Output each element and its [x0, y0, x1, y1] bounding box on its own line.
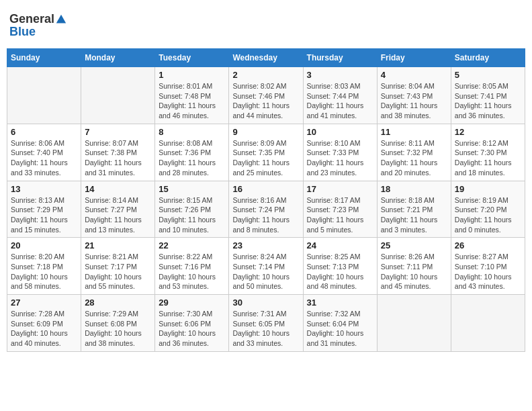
calendar-cell: 25Sunrise: 8:26 AM Sunset: 7:11 PM Dayli…: [377, 238, 451, 295]
day-info: Sunrise: 8:20 AM Sunset: 7:18 PM Dayligh…: [11, 252, 77, 291]
day-info: Sunrise: 8:27 AM Sunset: 7:10 PM Dayligh…: [455, 252, 521, 291]
day-header-thursday: Thursday: [303, 49, 377, 67]
calendar-cell: 15Sunrise: 8:15 AM Sunset: 7:26 PM Dayli…: [155, 181, 229, 238]
day-header-tuesday: Tuesday: [155, 49, 229, 67]
day-number: 3: [307, 70, 373, 80]
day-number: 13: [11, 184, 77, 194]
day-info: Sunrise: 8:05 AM Sunset: 7:41 PM Dayligh…: [455, 81, 521, 121]
calendar-cell: 11Sunrise: 8:11 AM Sunset: 7:32 PM Dayli…: [377, 124, 451, 181]
day-number: 18: [381, 184, 447, 194]
calendar-header-row: SundayMondayTuesdayWednesdayThursdayFrid…: [7, 49, 525, 67]
calendar-cell: 26Sunrise: 8:27 AM Sunset: 7:10 PM Dayli…: [451, 238, 525, 295]
day-number: 20: [11, 240, 77, 250]
calendar-cell: 12Sunrise: 8:12 AM Sunset: 7:30 PM Dayli…: [451, 124, 525, 181]
day-info: Sunrise: 8:09 AM Sunset: 7:35 PM Dayligh…: [232, 138, 299, 178]
day-info: Sunrise: 8:19 AM Sunset: 7:20 PM Dayligh…: [455, 195, 521, 235]
page-header: General Blue: [7, 7, 525, 44]
logo-blue-text: Blue: [9, 25, 36, 39]
day-info: Sunrise: 8:12 AM Sunset: 7:30 PM Dayligh…: [455, 138, 521, 178]
day-number: 2: [232, 70, 299, 80]
day-number: 7: [85, 127, 151, 137]
day-info: Sunrise: 7:31 AM Sunset: 6:05 PM Dayligh…: [232, 309, 299, 349]
calendar-cell: 31Sunrise: 7:32 AM Sunset: 6:04 PM Dayli…: [303, 295, 377, 352]
calendar-week-row: 27Sunrise: 7:28 AM Sunset: 6:09 PM Dayli…: [7, 295, 525, 352]
calendar-week-row: 1Sunrise: 8:01 AM Sunset: 7:48 PM Daylig…: [7, 67, 525, 124]
day-info: Sunrise: 8:22 AM Sunset: 7:16 PM Dayligh…: [159, 252, 225, 291]
day-number: 12: [455, 127, 521, 137]
day-number: 31: [307, 298, 373, 308]
calendar-cell: 20Sunrise: 8:20 AM Sunset: 7:18 PM Dayli…: [7, 238, 81, 295]
calendar-cell: 19Sunrise: 8:19 AM Sunset: 7:20 PM Dayli…: [451, 181, 525, 238]
day-number: 6: [11, 127, 77, 137]
day-info: Sunrise: 8:06 AM Sunset: 7:40 PM Dayligh…: [11, 138, 77, 178]
day-number: 24: [307, 240, 373, 250]
calendar-cell: [81, 67, 155, 124]
day-number: 16: [232, 184, 299, 194]
calendar-week-row: 6Sunrise: 8:06 AM Sunset: 7:40 PM Daylig…: [7, 124, 525, 181]
calendar-cell: 10Sunrise: 8:10 AM Sunset: 7:33 PM Dayli…: [303, 124, 377, 181]
calendar-cell: 8Sunrise: 8:08 AM Sunset: 7:36 PM Daylig…: [155, 124, 229, 181]
day-info: Sunrise: 8:01 AM Sunset: 7:48 PM Dayligh…: [159, 81, 225, 121]
day-info: Sunrise: 8:18 AM Sunset: 7:21 PM Dayligh…: [381, 195, 447, 235]
day-info: Sunrise: 8:11 AM Sunset: 7:32 PM Dayligh…: [381, 138, 447, 178]
calendar-cell: [377, 295, 451, 352]
calendar-cell: 21Sunrise: 8:21 AM Sunset: 7:17 PM Dayli…: [81, 238, 155, 295]
day-number: 25: [381, 240, 447, 250]
calendar-table: SundayMondayTuesdayWednesdayThursdayFrid…: [7, 48, 525, 352]
day-number: 9: [232, 127, 299, 137]
day-info: Sunrise: 8:14 AM Sunset: 7:27 PM Dayligh…: [85, 195, 151, 235]
day-number: 17: [307, 184, 373, 194]
day-number: 28: [85, 298, 151, 308]
day-number: 1: [159, 70, 225, 80]
day-info: Sunrise: 8:21 AM Sunset: 7:17 PM Dayligh…: [85, 252, 151, 291]
calendar-cell: 7Sunrise: 8:07 AM Sunset: 7:38 PM Daylig…: [81, 124, 155, 181]
calendar-cell: 13Sunrise: 8:13 AM Sunset: 7:29 PM Dayli…: [7, 181, 81, 238]
day-info: Sunrise: 8:07 AM Sunset: 7:38 PM Dayligh…: [85, 138, 151, 178]
day-info: Sunrise: 8:02 AM Sunset: 7:46 PM Dayligh…: [232, 81, 299, 121]
day-header-friday: Friday: [377, 49, 451, 67]
calendar-cell: 2Sunrise: 8:02 AM Sunset: 7:46 PM Daylig…: [229, 67, 303, 124]
calendar-cell: 9Sunrise: 8:09 AM Sunset: 7:35 PM Daylig…: [229, 124, 303, 181]
day-info: Sunrise: 8:08 AM Sunset: 7:36 PM Dayligh…: [159, 138, 225, 178]
day-number: 11: [381, 127, 447, 137]
calendar-cell: 23Sunrise: 8:24 AM Sunset: 7:14 PM Dayli…: [229, 238, 303, 295]
calendar-week-row: 13Sunrise: 8:13 AM Sunset: 7:29 PM Dayli…: [7, 181, 525, 238]
day-info: Sunrise: 8:03 AM Sunset: 7:44 PM Dayligh…: [307, 81, 373, 121]
calendar-cell: 4Sunrise: 8:04 AM Sunset: 7:43 PM Daylig…: [377, 67, 451, 124]
day-info: Sunrise: 8:04 AM Sunset: 7:43 PM Dayligh…: [381, 81, 447, 121]
calendar-cell: 28Sunrise: 7:29 AM Sunset: 6:08 PM Dayli…: [81, 295, 155, 352]
day-info: Sunrise: 8:24 AM Sunset: 7:14 PM Dayligh…: [232, 252, 299, 291]
day-info: Sunrise: 7:28 AM Sunset: 6:09 PM Dayligh…: [11, 309, 77, 349]
day-info: Sunrise: 8:25 AM Sunset: 7:13 PM Dayligh…: [307, 252, 373, 291]
day-number: 8: [159, 127, 225, 137]
logo-general-text: General: [9, 12, 54, 26]
day-number: 14: [85, 184, 151, 194]
calendar-cell: [7, 67, 81, 124]
calendar-cell: 14Sunrise: 8:14 AM Sunset: 7:27 PM Dayli…: [81, 181, 155, 238]
day-number: 30: [232, 298, 299, 308]
day-header-monday: Monday: [81, 49, 155, 67]
calendar-cell: 6Sunrise: 8:06 AM Sunset: 7:40 PM Daylig…: [7, 124, 81, 181]
day-info: Sunrise: 8:17 AM Sunset: 7:23 PM Dayligh…: [307, 195, 373, 235]
day-info: Sunrise: 7:29 AM Sunset: 6:08 PM Dayligh…: [85, 309, 151, 349]
day-number: 29: [159, 298, 225, 308]
day-info: Sunrise: 8:13 AM Sunset: 7:29 PM Dayligh…: [11, 195, 77, 235]
calendar-cell: 27Sunrise: 7:28 AM Sunset: 6:09 PM Dayli…: [7, 295, 81, 352]
calendar-cell: 24Sunrise: 8:25 AM Sunset: 7:13 PM Dayli…: [303, 238, 377, 295]
day-number: 19: [455, 184, 521, 194]
day-number: 22: [159, 240, 225, 250]
logo-icon: [55, 13, 67, 26]
day-info: Sunrise: 7:30 AM Sunset: 6:06 PM Dayligh…: [159, 309, 225, 349]
day-header-sunday: Sunday: [7, 49, 81, 67]
day-info: Sunrise: 8:10 AM Sunset: 7:33 PM Dayligh…: [307, 138, 373, 178]
day-header-saturday: Saturday: [451, 49, 525, 67]
day-header-wednesday: Wednesday: [229, 49, 303, 67]
day-number: 21: [85, 240, 151, 250]
calendar-cell: 22Sunrise: 8:22 AM Sunset: 7:16 PM Dayli…: [155, 238, 229, 295]
calendar-cell: 3Sunrise: 8:03 AM Sunset: 7:44 PM Daylig…: [303, 67, 377, 124]
calendar-cell: 29Sunrise: 7:30 AM Sunset: 6:06 PM Dayli…: [155, 295, 229, 352]
day-number: 26: [455, 240, 521, 250]
day-number: 15: [159, 184, 225, 194]
calendar-cell: 16Sunrise: 8:16 AM Sunset: 7:24 PM Dayli…: [229, 181, 303, 238]
calendar-cell: 17Sunrise: 8:17 AM Sunset: 7:23 PM Dayli…: [303, 181, 377, 238]
